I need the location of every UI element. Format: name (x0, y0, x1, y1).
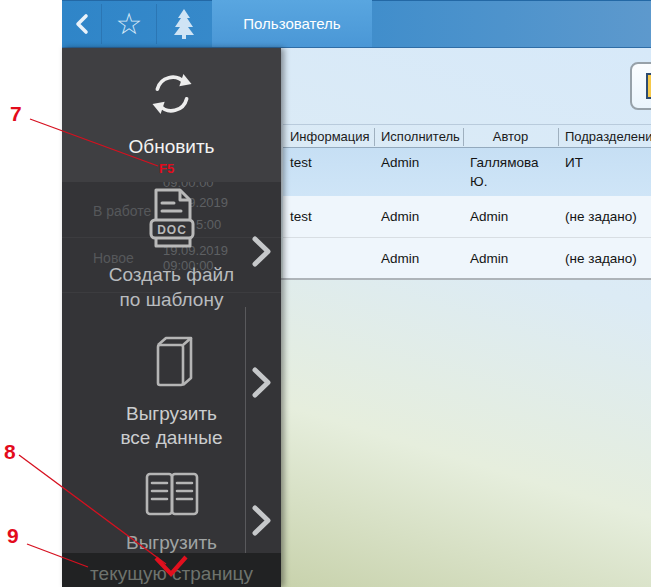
menu-item-refresh-label: Обновить (62, 136, 281, 158)
back-icon (73, 13, 93, 35)
column-header-author[interactable]: Автор (463, 129, 558, 144)
header-divider (463, 128, 464, 146)
cell-department: ИТ (558, 148, 651, 196)
annotation-number-8: 8 (4, 441, 16, 462)
app-window: Информация Исполнитель Автор Подразделен… (0, 0, 651, 587)
cell-info: test (283, 196, 374, 237)
back-button[interactable] (66, 0, 100, 47)
chevron-right-icon[interactable] (251, 367, 273, 398)
cell-department: (не задано) (558, 238, 651, 278)
menu-item-export-all-label-1: Выгрузить (62, 403, 281, 425)
header-divider (374, 128, 375, 146)
tree-icon (171, 8, 197, 40)
favorites-button[interactable]: ☆ (104, 0, 154, 47)
table-row[interactable]: test Admin Admin (не задано) (283, 196, 651, 237)
chevron-right-icon[interactable] (251, 505, 273, 536)
open-book-icon (140, 470, 204, 520)
cell-executor: Admin (374, 238, 463, 278)
cell-author: Галлямова Ю. (463, 148, 558, 196)
doc-file-icon: DOC (143, 186, 201, 250)
menu-item-export-page-label-2: текущую страницу (62, 563, 281, 585)
topbar-divider (101, 4, 102, 44)
menu-item-create-file-label-1: Создать файл (62, 264, 281, 286)
annotation-number-7: 7 (10, 103, 22, 124)
refresh-icon (146, 68, 198, 120)
menu-item-export-all-label-2: все данные (62, 427, 281, 449)
book-icon (143, 330, 199, 390)
data-table: Информация Исполнитель Автор Подразделен… (283, 124, 651, 278)
tab-user[interactable]: Пользователь (212, 0, 372, 47)
cell-executor: Admin (374, 196, 463, 237)
cell-author: Admin (463, 238, 558, 278)
annotation-number-9: 9 (7, 525, 19, 546)
table-bottom-border (281, 278, 651, 280)
column-header-department[interactable]: Подразделение (558, 129, 651, 144)
cell-author: Admin (463, 196, 558, 237)
column-header-executor[interactable]: Исполнитель (374, 129, 463, 144)
form-icon (646, 73, 651, 99)
header-divider (558, 128, 559, 146)
menu-item-export-page-label-1: Выгрузить (62, 532, 281, 554)
table-header-row: Информация Исполнитель Автор Подразделен… (283, 124, 651, 148)
cell-info (283, 238, 374, 278)
doc-badge-text: DOC (157, 223, 187, 237)
tree-button[interactable] (159, 0, 209, 47)
sidebar-vertical-divider (245, 307, 246, 553)
column-header-info[interactable]: Информация (283, 129, 374, 144)
table-row-selected[interactable]: test Admin Галлямова Ю. ИТ (283, 148, 651, 196)
cell-department: (не задано) (558, 196, 651, 237)
cell-info: test (283, 148, 374, 196)
annotation-shortcut-f5: F5 (159, 161, 174, 176)
cell-executor: Admin (374, 148, 463, 196)
table-row[interactable]: Admin Admin (не задано) (283, 237, 651, 278)
chevron-right-icon[interactable] (251, 236, 273, 267)
tab-user-label: Пользователь (243, 15, 340, 32)
topbar-divider (156, 4, 157, 44)
star-icon: ☆ (116, 9, 143, 39)
